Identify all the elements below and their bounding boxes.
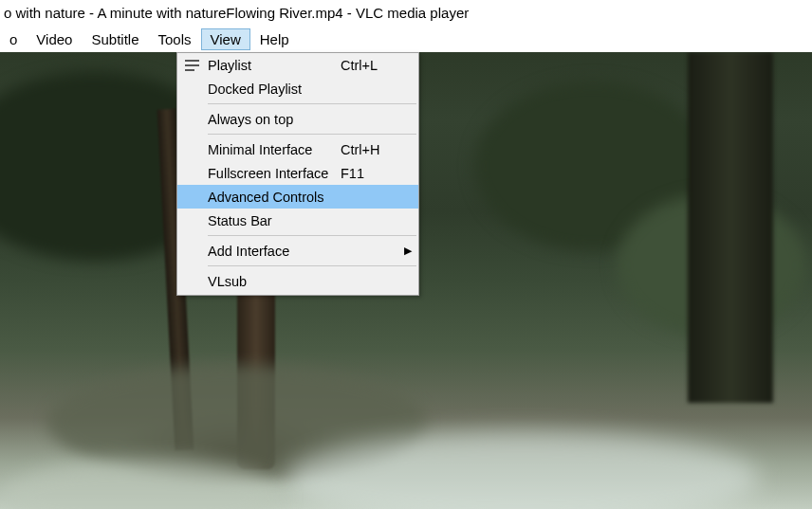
menu-item-docked-playlist[interactable]: Docked Playlist — [177, 77, 418, 100]
playlist-icon — [177, 60, 206, 71]
menu-item-add-interface[interactable]: Add Interface▶ — [177, 239, 418, 263]
menu-item-always-on-top[interactable]: Always on top — [177, 107, 418, 131]
window-title: o with nature - A minute with natureFlow… — [0, 0, 812, 27]
menu-separator — [208, 235, 416, 236]
menu-item-status-bar[interactable]: Status Bar — [177, 209, 418, 232]
menu-item-label: Fullscreen Interface — [206, 166, 341, 181]
menu-item-shortcut: Ctrl+H — [341, 142, 397, 157]
menu-item-shortcut: Ctrl+L — [341, 58, 397, 73]
menubar: oVideoSubtitleToolsViewHelp — [0, 27, 812, 52]
menu-item-label: Playlist — [206, 58, 341, 73]
menu-item-label: Status Bar — [206, 213, 341, 228]
menu-item-label: Minimal Interface — [206, 142, 341, 157]
menu-item-label: Advanced Controls — [206, 190, 341, 205]
menu-item-advanced-controls[interactable]: Advanced Controls — [177, 185, 418, 209]
menu-item-vlsub[interactable]: VLsub — [177, 269, 418, 293]
menu-separator — [208, 103, 416, 104]
menu-item-minimal-interface[interactable]: Minimal InterfaceCtrl+H — [177, 137, 418, 161]
menu-separator — [208, 134, 416, 135]
menubar-item-help[interactable]: Help — [250, 28, 299, 50]
menu-item-label: Docked Playlist — [206, 82, 341, 97]
menubar-item-subtitle[interactable]: Subtitle — [82, 28, 148, 50]
menubar-item-view[interactable]: View — [201, 28, 250, 50]
menubar-item-tools[interactable]: Tools — [148, 28, 200, 50]
menu-item-label: Always on top — [206, 112, 341, 127]
menubar-item-video[interactable]: Video — [27, 28, 82, 50]
view-menu-dropdown: PlaylistCtrl+LDocked PlaylistAlways on t… — [176, 52, 419, 296]
menubar-item-o[interactable]: o — [0, 28, 27, 50]
menu-item-fullscreen-interface[interactable]: Fullscreen InterfaceF11 — [177, 161, 418, 185]
menu-item-shortcut: F11 — [341, 166, 397, 181]
menu-item-playlist[interactable]: PlaylistCtrl+L — [177, 53, 418, 77]
menu-separator — [208, 265, 416, 266]
menu-item-label: VLsub — [206, 274, 341, 289]
submenu-arrow-icon: ▶ — [397, 245, 418, 257]
menu-item-label: Add Interface — [206, 244, 341, 259]
tree-trunk — [688, 52, 773, 403]
